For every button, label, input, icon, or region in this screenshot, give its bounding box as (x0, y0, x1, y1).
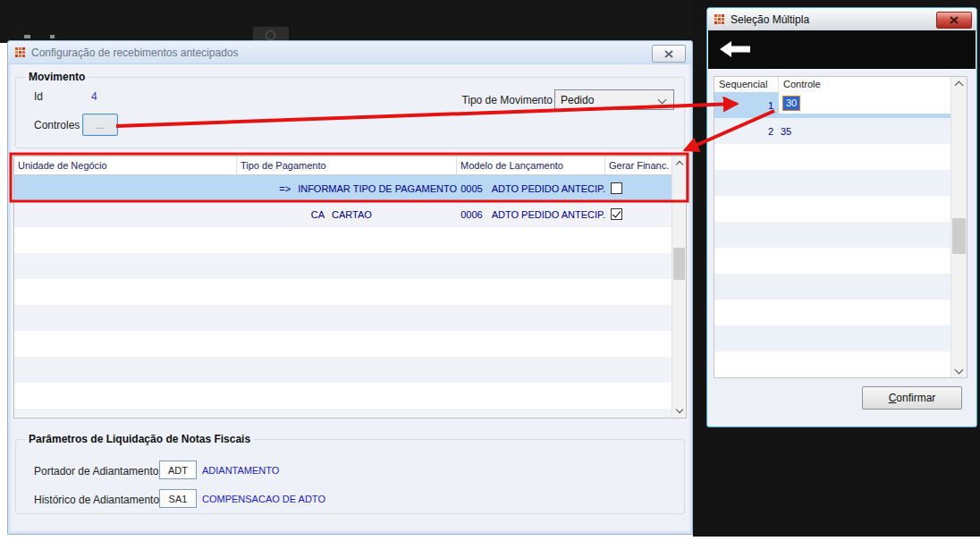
list-scrollbar[interactable] (950, 77, 967, 377)
scrollbar-thumb[interactable] (952, 218, 966, 254)
background-button-icon (266, 30, 275, 40)
tipo-movimento-value: Pedido (561, 94, 594, 106)
close-button[interactable] (936, 12, 972, 29)
col-modelo-lancamento[interactable]: Modelo de Lançamento (457, 156, 605, 175)
pagamento-code: => (237, 183, 291, 194)
list-item-empty[interactable] (714, 274, 950, 300)
table-row-empty[interactable] (14, 253, 672, 279)
table-header: Unidade de Negócio Tipo de Pagamento Mod… (14, 156, 686, 175)
col-sequencial[interactable]: Sequencial (714, 77, 779, 92)
pagamento-desc: CARTAO (332, 209, 372, 220)
movimento-legend: Movimento (25, 71, 89, 83)
table-row-empty[interactable] (14, 331, 672, 357)
gerar-financ-checkbox[interactable] (611, 182, 622, 194)
list-item-empty[interactable] (714, 300, 950, 325)
chevron-down-icon (658, 96, 667, 105)
pagamento-code: CA (237, 209, 325, 220)
controles-label: Controles (34, 119, 80, 131)
historico-label: Histórico de Adiantamento (34, 494, 159, 506)
dialog-title: Seleção Múltipla (731, 13, 809, 26)
scrollbar-thumb[interactable] (673, 248, 685, 280)
id-value: 4 (91, 90, 97, 103)
app-icon (14, 46, 26, 58)
confirmar-button[interactable]: Confirmar (862, 386, 962, 410)
dialog-title: Configuração de recebimentos antecipados (31, 46, 238, 59)
table-row-empty[interactable] (14, 227, 672, 253)
controls-list: Sequencial Controle 1 30 2 35 (714, 76, 967, 378)
chevron-up-icon (675, 161, 682, 168)
movimento-group: Movimento Id 4 Controles ... Tipo de Mov… (15, 77, 685, 148)
list-body: 1 30 2 35 (714, 92, 950, 377)
chevron-down-icon (675, 406, 682, 413)
list-item[interactable]: 1 30 (714, 92, 950, 118)
list-item-empty[interactable] (714, 248, 950, 274)
table-row-empty[interactable] (14, 383, 672, 409)
payment-types-table: Unidade de Negócio Tipo de Pagamento Mod… (13, 156, 687, 418)
table-scrollbar[interactable] (672, 156, 686, 418)
scroll-down-button[interactable] (951, 362, 967, 376)
portador-code-input[interactable]: ADT (159, 461, 197, 479)
config-recebimentos-dialog: Configuração de recebimentos antecipados… (7, 40, 693, 535)
scroll-up-button[interactable] (951, 78, 967, 92)
table-body: => INFORMAR TIPO DE PAGAMENTO 0005 ADTO … (14, 175, 672, 418)
parametros-legend: Parâmetros de Liquidação de Notas Fiscai… (25, 433, 254, 445)
screen: Configuração de recebimentos antecipados… (0, 0, 980, 541)
dialog-toolbar (708, 30, 976, 69)
modelo-desc: ADTO PEDIDO ANTECIP. (492, 183, 605, 194)
selecao-multipla-dialog: Seleção Múltipla Sequencial Controle 1 3… (706, 7, 977, 427)
left-arrow-icon (720, 41, 750, 57)
background-artifact (50, 35, 55, 38)
controles-browse-button[interactable]: ... (82, 114, 118, 136)
list-item[interactable]: 2 35 (714, 118, 950, 144)
col-controle[interactable]: Controle (779, 77, 950, 92)
list-item-empty[interactable] (714, 351, 950, 377)
chevron-down-icon (955, 365, 964, 374)
table-row[interactable]: => INFORMAR TIPO DE PAGAMENTO 0005 ADTO … (14, 175, 672, 201)
list-item-empty[interactable] (714, 144, 950, 170)
sequencial-value: 2 (714, 126, 779, 137)
portador-desc: ADIANTAMENTO (202, 465, 279, 476)
col-tipo-pagamento[interactable]: Tipo de Pagamento (237, 156, 457, 175)
list-item-empty[interactable] (714, 196, 950, 222)
id-label: Id (34, 90, 43, 103)
scroll-up-button[interactable] (672, 157, 686, 172)
historico-desc: COMPENSACAO DE ADTO (202, 494, 325, 504)
list-item-empty[interactable] (714, 325, 950, 351)
tipo-movimento-select[interactable]: Pedido (554, 89, 674, 110)
table-row-empty[interactable] (14, 409, 672, 418)
list-header: Sequencial Controle (714, 77, 950, 93)
col-unidade-negocio[interactable]: Unidade de Negócio (14, 156, 237, 175)
modelo-desc: ADTO PEDIDO ANTECIP. (492, 209, 605, 220)
pagamento-desc: INFORMAR TIPO DE PAGAMENTO (298, 183, 457, 194)
back-button[interactable] (720, 39, 750, 59)
controle-value: 30 (782, 96, 800, 111)
close-icon (950, 16, 959, 24)
historico-code-input[interactable]: SA1 (159, 489, 197, 508)
close-button[interactable] (652, 45, 686, 63)
controle-edit-cell[interactable]: 30 (779, 92, 950, 114)
scroll-down-button[interactable] (672, 402, 686, 417)
controle-value: 35 (779, 118, 950, 144)
app-icon (714, 13, 725, 25)
list-item-empty[interactable] (714, 170, 950, 196)
parametros-group: Parâmetros de Liquidação de Notas Fiscai… (15, 439, 685, 514)
gerar-financ-checkbox[interactable] (611, 208, 622, 220)
chevron-up-icon (955, 80, 964, 89)
portador-label: Portador de Adiantamento (34, 465, 158, 478)
dialog-titlebar[interactable]: Configuração de recebimentos antecipados (8, 41, 692, 64)
sequencial-value: 1 (714, 100, 779, 111)
background-artifact (24, 35, 30, 38)
table-row-empty[interactable] (14, 305, 672, 331)
list-item-empty[interactable] (714, 222, 950, 248)
close-icon (664, 50, 673, 58)
modelo-code: 0005 (457, 183, 483, 194)
modelo-code: 0006 (457, 209, 483, 220)
table-row-empty[interactable] (14, 279, 672, 305)
tipo-movimento-label: Tipo de Movimento (436, 94, 553, 106)
table-row[interactable]: CA CARTAO 0006 ADTO PEDIDO ANTECIP. (14, 201, 672, 227)
table-row-empty[interactable] (14, 357, 672, 383)
